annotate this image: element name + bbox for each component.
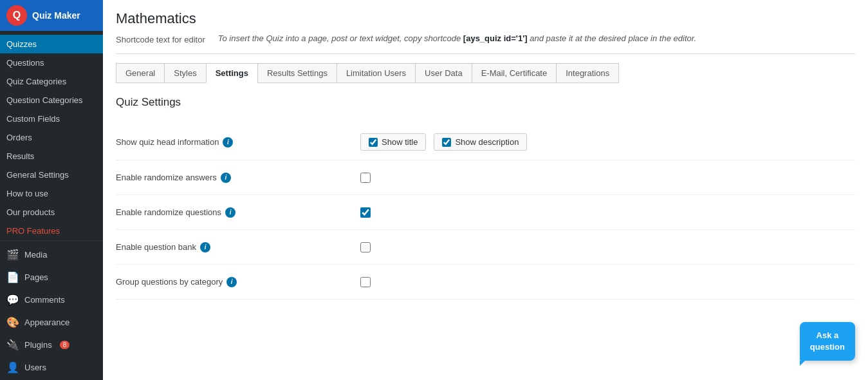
randomize-answers-label: Enable randomize answers	[116, 173, 217, 182]
sidebar: Q Quiz Maker Quizzes Questions Quiz Cate…	[0, 0, 103, 380]
tab-general[interactable]: General	[116, 63, 165, 83]
randomize-questions-info-icon[interactable]: i	[225, 207, 235, 218]
show-quiz-head-label: Show quiz head information	[116, 137, 219, 147]
shortcode-label: Shortcode text for editor	[116, 33, 205, 44]
sidebar-item-custom-fields[interactable]: Custom Fields	[0, 109, 103, 128]
settings-row-randomize-answers: Enable randomize answers i	[116, 160, 855, 195]
randomize-questions-checkbox[interactable]	[360, 207, 371, 218]
tab-bar: General Styles Settings Results Settings…	[116, 63, 855, 83]
show-title-label: Show title	[382, 137, 418, 147]
sidebar-item-question-categories[interactable]: Question Categories	[0, 91, 103, 109]
sidebar-item-results[interactable]: Results	[0, 147, 103, 166]
sidebar-header[interactable]: Q Quiz Maker	[0, 0, 103, 31]
users-icon: 👤	[6, 361, 19, 374]
media-icon: 🎬	[6, 249, 19, 261]
sidebar-item-pro-features[interactable]: PRO Features	[0, 222, 103, 240]
sidebar-item-quizzes[interactable]: Quizzes	[0, 35, 103, 53]
settings-row-group-by-category: Group questions by category i	[116, 265, 855, 299]
shortcode-description: To insert the Quiz into a page, post or …	[218, 33, 696, 43]
plugins-icon: 🔌	[6, 339, 19, 351]
ask-question-button[interactable]: Ask a question	[800, 322, 855, 361]
sidebar-item-users[interactable]: 👤 Users	[0, 356, 103, 379]
question-bank-checkbox[interactable]	[360, 242, 371, 252]
randomize-answers-checkbox[interactable]	[360, 173, 371, 183]
shortcode-code: [ays_quiz id='1']	[463, 33, 528, 43]
question-bank-info-icon[interactable]: i	[200, 242, 210, 252]
show-quiz-head-info-icon[interactable]: i	[223, 137, 233, 147]
tab-email-certificate[interactable]: E-Mail, Certificate	[472, 63, 557, 83]
group-by-category-info-icon[interactable]: i	[226, 277, 237, 287]
sidebar-item-pages[interactable]: 📄 Pages	[0, 266, 103, 289]
sidebar-item-plugins[interactable]: 🔌 Plugins 8	[0, 334, 103, 356]
randomize-questions-label: Enable randomize questions	[116, 207, 221, 217]
sidebar-item-general-settings[interactable]: General Settings	[0, 166, 103, 184]
show-title-checkbox[interactable]	[369, 138, 378, 147]
tab-limitation-users[interactable]: Limitation Users	[337, 63, 416, 83]
sidebar-item-our-products[interactable]: Our products	[0, 203, 103, 222]
group-by-category-label: Group questions by category	[116, 277, 223, 287]
comments-icon: 💬	[6, 294, 19, 306]
page-title: Mathematics	[116, 10, 855, 27]
tab-results-settings[interactable]: Results Settings	[257, 63, 337, 83]
sidebar-item-quiz-categories[interactable]: Quiz Categories	[0, 72, 103, 91]
appearance-icon: 🎨	[6, 316, 19, 328]
plugins-badge: 8	[60, 341, 70, 349]
sidebar-item-questions[interactable]: Questions	[0, 53, 103, 72]
show-title-checkbox-label[interactable]: Show title	[360, 133, 426, 151]
app-logo: Q	[6, 5, 27, 26]
main-content: Mathematics Shortcode text for editor To…	[103, 0, 868, 380]
sidebar-item-comments[interactable]: 💬 Comments	[0, 289, 103, 311]
settings-row-randomize-questions: Enable randomize questions i	[116, 195, 855, 230]
sidebar-item-media[interactable]: 🎬 Media	[0, 243, 103, 266]
randomize-answers-info-icon[interactable]: i	[221, 173, 231, 183]
settings-row-question-bank: Enable question bank i	[116, 230, 855, 265]
sidebar-item-orders[interactable]: Orders	[0, 128, 103, 147]
quiz-settings-section: Quiz Settings Show quiz head information…	[116, 96, 855, 299]
group-by-category-checkbox[interactable]	[360, 277, 371, 287]
tab-settings[interactable]: Settings	[206, 63, 258, 83]
sidebar-item-how-to-use[interactable]: How to use	[0, 184, 103, 203]
settings-row-show-quiz-head: Show quiz head information i Show title …	[116, 124, 855, 160]
question-bank-label: Enable question bank	[116, 242, 196, 252]
tab-styles[interactable]: Styles	[164, 63, 206, 83]
tab-user-data[interactable]: User Data	[415, 63, 472, 83]
tab-integrations[interactable]: Integrations	[556, 63, 619, 83]
app-title: Quiz Maker	[32, 10, 80, 21]
show-description-checkbox[interactable]	[442, 138, 451, 147]
show-description-checkbox-label[interactable]: Show description	[434, 133, 527, 151]
section-title: Quiz Settings	[116, 96, 855, 114]
pages-icon: 📄	[6, 271, 19, 283]
shortcode-row: Shortcode text for editor To insert the …	[116, 33, 855, 54]
show-description-label: Show description	[455, 137, 519, 147]
sidebar-item-appearance[interactable]: 🎨 Appearance	[0, 311, 103, 334]
